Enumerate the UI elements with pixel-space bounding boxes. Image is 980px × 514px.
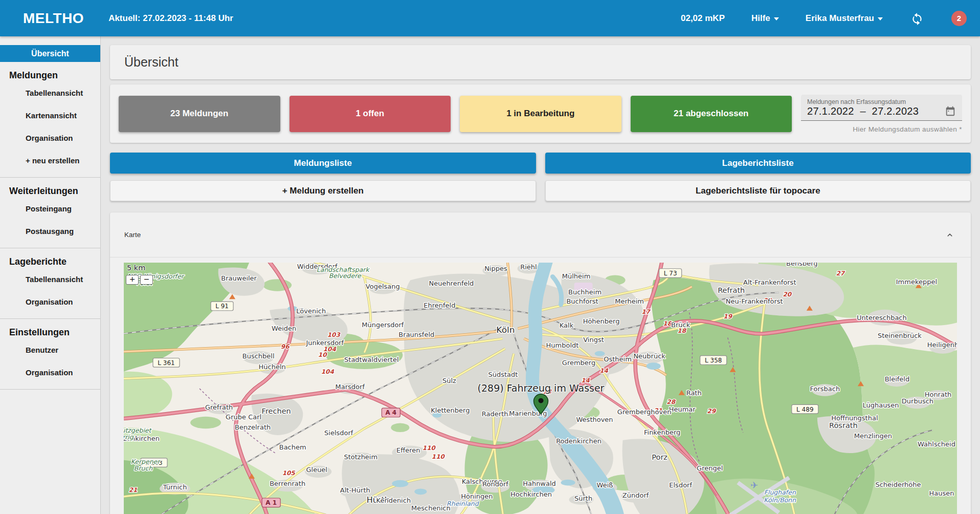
svg-text:Hücheln: Hücheln — [259, 363, 286, 371]
svg-text:Gremberghoven: Gremberghoven — [617, 408, 672, 416]
svg-text:Buchheim: Buchheim — [568, 289, 602, 296]
svg-text:Finkenberg: Finkenberg — [644, 429, 680, 436]
svg-text:Gremberg: Gremberg — [562, 359, 595, 367]
section-header-weiterleitungen: Weiterleitungen — [0, 181, 100, 198]
svg-text:Humboldt: Humboldt — [546, 341, 579, 349]
svg-text:Nippes: Nippes — [484, 265, 507, 272]
app-logo[interactable]: MELTHO — [23, 10, 84, 27]
zoom-out-button[interactable]: − — [140, 275, 153, 285]
sidebar-item-meldungen-organisation[interactable]: Organisation — [0, 127, 100, 149]
svg-text:Hahnwald: Hahnwald — [523, 480, 556, 487]
sidebar-item-meldungen-kartenansicht[interactable]: Kartenansicht — [0, 104, 100, 127]
sidebar-item-meldungen-tabellenansicht[interactable]: Tabellenansicht — [0, 82, 100, 104]
svg-text:Hausen: Hausen — [929, 489, 954, 497]
svg-text:Braunsfeld: Braunsfeld — [398, 331, 434, 339]
section-header-meldungen: Meldungen — [0, 65, 100, 82]
svg-text:Türnich: Türnich — [163, 484, 187, 491]
svg-text:Rösrath: Rösrath — [829, 421, 858, 430]
svg-text:Junkersdorf: Junkersdorf — [305, 339, 344, 347]
map-panel-header: Karte — [110, 212, 971, 258]
svg-text:L 91: L 91 — [215, 303, 229, 310]
svg-text:A 4: A 4 — [385, 409, 396, 416]
svg-text:28: 28 — [666, 399, 676, 406]
meldungsliste-button[interactable]: Meldungsliste — [110, 153, 536, 174]
map-scale-label: 5 km — [127, 264, 145, 272]
svg-text:Flughafen: Flughafen — [764, 489, 796, 496]
gauge-value: 02,02 mKP — [681, 13, 725, 24]
map-canvas[interactable]: ✈ L 91L 361L 163L 73L 358L 489A 4A 1 131… — [124, 263, 957, 514]
date-range-field[interactable]: Meldungen nach Erfassungsdatum 27.1.2022… — [801, 95, 962, 121]
map-panel-title: Karte — [124, 231, 141, 239]
svg-text:Rodenkirchen: Rodenkirchen — [556, 437, 602, 445]
svg-text:Grengel: Grengel — [697, 464, 723, 472]
stat-abgeschlossen[interactable]: 21 abgeschlossen — [631, 96, 792, 132]
svg-text:Untereschbach: Untereschbach — [857, 314, 907, 322]
svg-text:17: 17 — [641, 308, 651, 315]
svg-text:rrig: rrig — [124, 434, 134, 441]
svg-text:Grefrath: Grefrath — [205, 403, 233, 411]
svg-text:Rath: Rath — [686, 389, 702, 397]
sidebar-item-uebersicht[interactable]: Übersicht — [0, 45, 100, 62]
svg-text:Köln/Bonn: Köln/Bonn — [764, 497, 796, 504]
svg-text:Alt-Frankenforst: Alt-Frankenforst — [743, 279, 796, 286]
sidebar-item-posteingang[interactable]: Posteingang — [0, 198, 100, 220]
actions-right-column: Lageberichtsliste Lageberichtsliste für … — [545, 153, 971, 201]
app-header: MELTHO Aktuell: 27.02.2023 - 11:48 Uhr 0… — [0, 0, 980, 36]
main-content: Übersicht 23 Meldungen 1 offen 1 in Bear… — [101, 36, 980, 514]
svg-text:Klettenberg: Klettenberg — [431, 406, 470, 414]
calendar-icon[interactable] — [945, 105, 956, 117]
svg-text:Ostheim: Ostheim — [604, 356, 632, 363]
svg-text:Merheim: Merheim — [615, 297, 644, 305]
svg-text:Neubrück: Neubrück — [633, 352, 665, 360]
svg-text:Weiß: Weiß — [597, 482, 613, 489]
sidebar-section-meldungen: Meldungen Tabellenansicht Kartenansicht … — [0, 62, 100, 177]
stat-total-meldungen[interactable]: 23 Meldungen — [119, 96, 280, 132]
svg-text:Lövenich: Lövenich — [296, 307, 326, 315]
svg-text:Buschbell: Buschbell — [242, 352, 275, 360]
sidebar-item-meldungen-neu-erstellen[interactable]: + neu erstellen — [0, 149, 100, 172]
lageberichtsliste-button[interactable]: Lageberichtsliste — [545, 153, 971, 174]
svg-text:Kendenich: Kendenich — [376, 497, 411, 504]
svg-text:Immekeppel: Immekeppel — [896, 278, 937, 286]
stat-in-bearbeitung[interactable]: 1 in Bearbeitung — [460, 96, 621, 132]
stat-offen[interactable]: 1 offen — [289, 96, 451, 132]
svg-text:Köln: Köln — [496, 325, 515, 335]
meldung-erstellen-button[interactable]: + Meldung erstellen — [110, 180, 536, 201]
sidebar-item-lageberichte-organisation[interactable]: Organisation — [0, 291, 100, 313]
svg-text:Sürth: Sürth — [574, 495, 592, 502]
refresh-button[interactable] — [909, 11, 925, 26]
sidebar-item-postausgang[interactable]: Postausgang — [0, 220, 100, 243]
user-menu[interactable]: Erika Musterfrau — [806, 13, 883, 24]
airplane-icon: ✈ — [750, 480, 758, 491]
current-datetime: Aktuell: 27.02.2023 - 11:48 Uhr — [108, 13, 233, 24]
svg-text:Bensberg: Bensberg — [786, 263, 818, 267]
sidebar-item-lageberichte-tabellenansicht[interactable]: Tabellenansicht — [0, 268, 100, 291]
svg-text:Höhenberg: Höhenberg — [583, 317, 620, 325]
collapse-panel-button[interactable] — [943, 228, 956, 242]
svg-text:Brauweiler: Brauweiler — [221, 274, 257, 282]
svg-text:96: 96 — [281, 343, 290, 350]
svg-text:Lüghausen: Lüghausen — [862, 401, 899, 409]
help-menu[interactable]: Hilfe — [751, 13, 779, 24]
svg-text:Vogelsang: Vogelsang — [366, 283, 400, 290]
svg-text:Neu-Frankenforst: Neu-Frankenforst — [726, 297, 783, 305]
zoom-in-button[interactable]: + — [126, 275, 139, 285]
svg-text:Stadtwaldviertel: Stadtwaldviertel — [344, 356, 398, 363]
actions-left-column: Meldungsliste + Meldung erstellen — [110, 153, 536, 201]
date-range-value: 27.1.2022 – 27.2.2023 — [807, 105, 919, 117]
svg-text:Bleifeld: Bleifeld — [885, 376, 910, 383]
svg-text:Sülz: Sülz — [442, 377, 456, 384]
svg-text:Vingst: Vingst — [583, 336, 604, 344]
lageberichtsliste-topocare-button[interactable]: Lageberichtsliste für topocare — [545, 180, 971, 201]
date-range-widget: Meldungen nach Erfassungsdatum 27.1.2022… — [801, 95, 962, 133]
svg-text:105: 105 — [282, 469, 296, 477]
svg-text:110: 110 — [432, 453, 446, 460]
svg-text:Riehl: Riehl — [520, 263, 537, 271]
svg-text:Marsdorf: Marsdorf — [336, 383, 365, 391]
user-name: Erika Musterfrau — [806, 13, 874, 24]
sidebar-item-einstellungen-organisation[interactable]: Organisation — [0, 361, 100, 384]
notification-badge[interactable]: 2 — [951, 11, 967, 26]
svg-text:19: 19 — [723, 313, 732, 320]
stats-card: 23 Meldungen 1 offen 1 in Bearbeitung 21… — [110, 84, 971, 143]
sidebar-item-benutzer[interactable]: Benutzer — [0, 339, 100, 361]
